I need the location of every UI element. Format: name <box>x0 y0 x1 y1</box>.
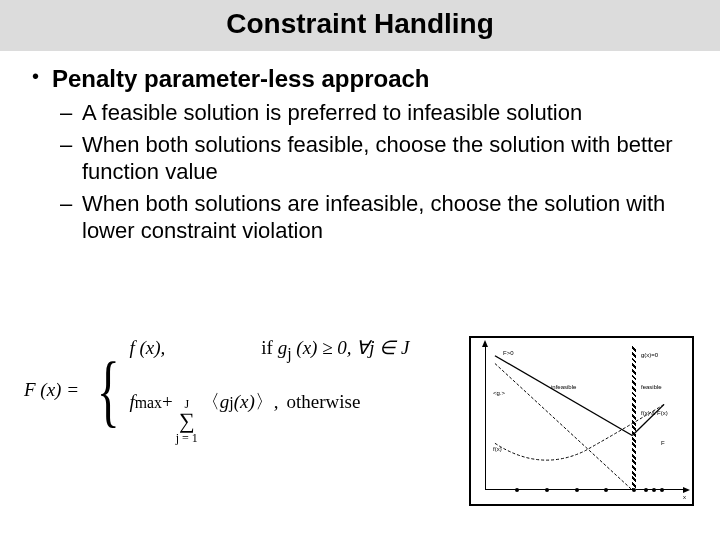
formula-case-2: fmax + J ∑ j = 1 〈gj (x)〉, otherwise <box>129 389 409 444</box>
case1-rest: (x) ≥ 0, ∀j ∈ J <box>292 337 410 358</box>
case1-if: if <box>261 337 277 358</box>
case1-cond: if gj (x) ≥ 0, ∀j ∈ J <box>261 336 409 363</box>
label-g0: g(x)=0 <box>641 352 658 358</box>
angle-close-icon: 〉 <box>255 389 274 415</box>
formula-cases: f (x), if gj (x) ≥ 0, ∀j ∈ J fmax + J ∑ … <box>129 336 409 444</box>
chart-box: F>0 <g.> f(x) infeasible feasible g(x)=0… <box>469 336 694 506</box>
tick <box>515 488 519 492</box>
bullet-lvl1-text: Penalty parameter-less approach <box>52 65 430 92</box>
tick <box>644 488 648 492</box>
brace-icon: { <box>97 360 120 420</box>
case2-gj: g <box>220 391 230 413</box>
sigma-icon: ∑ <box>179 410 195 432</box>
tick <box>545 488 549 492</box>
slide-title: Constraint Handling <box>0 8 720 40</box>
curve-fx <box>495 404 664 460</box>
formula-case-1: f (x), if gj (x) ≥ 0, ∀j ∈ J <box>129 336 409 363</box>
tick <box>652 488 656 492</box>
bullet-lvl1: Penalty parameter-less approach <box>28 65 692 93</box>
case2-comma: , <box>274 391 279 413</box>
tick <box>575 488 579 492</box>
brace-wrap: { f (x), if gj (x) ≥ 0, ∀j ∈ J fmax + J <box>89 336 410 444</box>
chart-inner: F>0 <g.> f(x) infeasible feasible g(x)=0… <box>485 346 684 490</box>
angle-open-icon: 〈 <box>201 389 220 415</box>
formula-block: F (x) = { f (x), if gj (x) ≥ 0, ∀j ∈ J f… <box>0 336 469 444</box>
case1-gj: g <box>278 337 288 358</box>
label-infeasible: infeasible <box>551 384 576 390</box>
plot-svg <box>485 346 684 490</box>
case1-fx: f (x), <box>129 337 165 359</box>
label-fx-Fx: f(x) & F(x) <box>641 410 668 416</box>
label-Fx: F>0 <box>503 350 514 356</box>
content-area: Penalty parameter-less approach A feasib… <box>0 51 720 245</box>
case2-max: max <box>135 394 162 412</box>
bullet-lvl2-2: When both solutions feasible, choose the… <box>28 131 692 186</box>
bullet-lvl2-3: When both solutions are infeasible, choo… <box>28 190 692 245</box>
tick <box>632 488 636 492</box>
formula-lhs: F (x) = <box>24 379 79 401</box>
bullet-lvl2-1: A feasible solution is preferred to infe… <box>28 99 692 127</box>
case2-plus: + <box>162 391 173 413</box>
sum-symbol: J ∑ j = 1 <box>176 398 198 444</box>
label-fx: f(x) <box>493 446 502 452</box>
slide: Constraint Handling Penalty parameter-le… <box>0 0 720 540</box>
case2-gx: (x) <box>234 391 255 413</box>
case2-otherwise: otherwise <box>287 391 361 413</box>
label-Fcap: F <box>661 440 665 446</box>
label-feasible: feasible <box>641 384 662 390</box>
curve-Fx-infeasible <box>495 356 632 436</box>
label-g: <g.> <box>493 390 505 396</box>
tick <box>604 488 608 492</box>
title-bar: Constraint Handling <box>0 0 720 51</box>
figure-row: F (x) = { f (x), if gj (x) ≥ 0, ∀j ∈ J f… <box>0 336 720 516</box>
sum-bot: j = 1 <box>176 432 198 444</box>
tick <box>660 488 664 492</box>
curve-g <box>495 364 632 490</box>
axis-x-label: x <box>683 494 686 500</box>
